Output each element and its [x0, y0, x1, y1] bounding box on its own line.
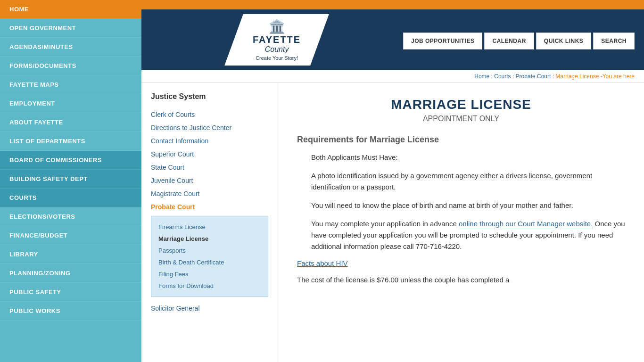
- main-area: 🏛️ FAYETTE County Create Your Story! JOB…: [141, 0, 644, 362]
- justice-link-probate[interactable]: Probate Court: [151, 200, 268, 214]
- justice-link-directions[interactable]: Directions to Justice Center: [151, 121, 268, 134]
- search-button[interactable]: SEARCH: [593, 33, 635, 49]
- justice-link-solicitor[interactable]: Solicitor General: [151, 302, 268, 315]
- sidebar-item-about[interactable]: ABOUT FAYETTE: [0, 113, 141, 132]
- calendar-button[interactable]: CALENDAR: [484, 33, 534, 49]
- submenu-filing-fees[interactable]: Filing Fees: [151, 268, 268, 280]
- submenu-forms-download[interactable]: Forms for Download: [151, 280, 268, 292]
- left-sidebar: HOME OPEN GOVERNMENT AGENDAS/MINUTES FOR…: [0, 0, 141, 362]
- justice-link-superior[interactable]: Superior Court: [151, 148, 268, 161]
- breadcrumb-home[interactable]: Home: [474, 73, 489, 80]
- justice-link-magistrate[interactable]: Magistrate Court: [151, 187, 268, 200]
- sidebar-item-home[interactable]: HOME: [0, 0, 141, 19]
- page-title: MARRIAGE LICENSE: [297, 97, 625, 112]
- sidebar-item-finance[interactable]: FINANCE/BUDGET: [0, 226, 141, 245]
- site-header: 🏛️ FAYETTE County Create Your Story! JOB…: [141, 9, 644, 70]
- justice-link-state[interactable]: State Court: [151, 161, 268, 174]
- cost-text: The cost of the license is $76.00 unless…: [297, 274, 625, 286]
- sidebar-item-elections[interactable]: ELECTIONS/VOTERS: [0, 207, 141, 226]
- sidebar-item-forms[interactable]: FORMS/DOCUMENTS: [0, 57, 141, 75]
- logo-tagline: Create Your Story!: [253, 55, 301, 61]
- sidebar-item-courts[interactable]: COURTS: [0, 189, 141, 207]
- logo-icon: 🏛️: [253, 19, 301, 34]
- logo-container: 🏛️ FAYETTE County Create Your Story!: [225, 14, 330, 66]
- req-3-prefix: You may complete your application in adv…: [311, 220, 459, 228]
- page-subtitle: APPOINTMENT ONLY: [297, 115, 625, 123]
- section-heading: Requirements for Marriage License: [297, 135, 625, 145]
- req-2: You will need to know the place of birth…: [311, 200, 625, 211]
- justice-link-clerk[interactable]: Clerk of Courts: [151, 108, 268, 121]
- sidebar-item-agendas[interactable]: AGENDAS/MINUTES: [0, 38, 141, 57]
- sidebar-item-maps[interactable]: FAYETTE MAPS: [0, 75, 141, 94]
- justice-sidebar-title: Justice System: [151, 92, 268, 101]
- req-3: You may complete your application in adv…: [311, 218, 625, 252]
- sidebar-item-library[interactable]: LIBRARY: [0, 245, 141, 264]
- sidebar-item-open-government[interactable]: OPEN GOVERNMENT: [0, 19, 141, 38]
- sidebar-item-commissioners[interactable]: BOARD OF COMMISSIONERS: [0, 151, 141, 170]
- page-content: MARRIAGE LICENSE APPOINTMENT ONLY Requir…: [278, 83, 644, 362]
- justice-link-juvenile[interactable]: Juvenile Court: [151, 174, 268, 187]
- breadcrumb-probate[interactable]: Probate Court: [516, 73, 551, 80]
- court-manager-link[interactable]: online through our Court Manager website…: [459, 220, 593, 228]
- content-wrapper: Justice System Clerk of Courts Direction…: [141, 83, 644, 362]
- req-intro: Both Applicants Must Have:: [311, 152, 625, 163]
- submenu-passports[interactable]: Passports: [151, 245, 268, 256]
- sidebar-item-public-works[interactable]: PUBLIC WORKS: [0, 302, 141, 321]
- requirements-block: Both Applicants Must Have: A photo ident…: [297, 152, 625, 252]
- quick-links-button[interactable]: QUICK LINKS: [536, 33, 592, 49]
- probate-submenu: Firearms License Marriage License Passpo…: [151, 216, 268, 297]
- top-accent-bar: [141, 0, 644, 9]
- sidebar-item-departments[interactable]: LIST OF DEPARTMENTS: [0, 132, 141, 151]
- sidebar-item-planning[interactable]: PLANNING/ZONING: [0, 264, 141, 283]
- sidebar-item-employment[interactable]: EMPLOYMENT: [0, 94, 141, 113]
- submenu-marriage[interactable]: Marriage License: [151, 233, 268, 245]
- sidebar-item-public-safety[interactable]: PUBLIC SAFETY: [0, 283, 141, 302]
- hiv-link[interactable]: Facts about HIV: [297, 259, 625, 267]
- req-1: A photo identification issued by a gover…: [311, 170, 625, 193]
- logo-county-sub: County: [253, 45, 301, 54]
- breadcrumb-courts[interactable]: Courts: [494, 73, 511, 80]
- justice-link-contact[interactable]: Contact Information: [151, 134, 268, 148]
- sidebar-item-building[interactable]: BUILDING SAFETY DEPT: [0, 170, 141, 189]
- header-nav: JOB OPPORTUNITIES CALENDAR QUICK LINKS S…: [403, 30, 635, 49]
- submenu-birth-death[interactable]: Birth & Death Certificate: [151, 256, 268, 268]
- breadcrumb: Home : Courts : Probate Court : Marriage…: [141, 70, 644, 83]
- job-opportunities-button[interactable]: JOB OPPORTUNITIES: [403, 33, 483, 49]
- submenu-firearms[interactable]: Firearms License: [151, 221, 268, 233]
- logo-county-name: FAYETTE: [253, 34, 301, 45]
- breadcrumb-current: Marriage License -You are here: [555, 73, 635, 80]
- justice-sidebar: Justice System Clerk of Courts Direction…: [141, 83, 278, 362]
